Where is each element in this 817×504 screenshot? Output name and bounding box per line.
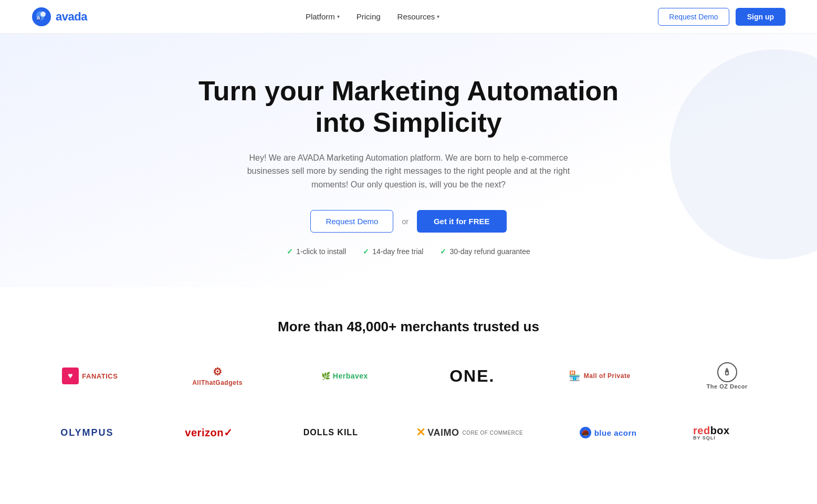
hero-subtitle: Hey! We are AVADA Marketing Automation p… <box>240 151 577 192</box>
hero-cta-group: Request Demo or Get it for FREE <box>32 210 785 233</box>
logo-ozdecor: 🕯 The OZ Decor <box>690 360 764 392</box>
check-icon-refund: ✓ <box>440 247 446 256</box>
hero-badges: ✓ 1-click to install ✓ 14-day free trial… <box>32 247 785 256</box>
trusted-title: More than 48,000+ merchants trusted us <box>32 319 785 335</box>
navbar: a avada Platform ▾ Pricing Resources ▾ R… <box>0 0 817 34</box>
logo-allthatgadgets: ⚙ AllThatGadgets <box>181 360 254 392</box>
svg-text:a: a <box>37 14 40 20</box>
ozdecor-circle-icon: 🕯 <box>717 362 737 382</box>
logo-blueacorn: 🌰 blue acorn <box>571 417 645 448</box>
trusted-section: More than 48,000+ merchants trusted us ♥… <box>0 287 817 495</box>
logo-fanatics: ♥ FANATICS <box>53 360 127 392</box>
hero-request-demo-button[interactable]: Request Demo <box>310 210 393 233</box>
logos-row-2: OLYMPUS verizon✓ DOLLS KILL ✕ VAIMO CORE… <box>32 417 785 448</box>
nav-pricing[interactable]: Pricing <box>357 12 381 21</box>
badge-install: ✓ 1-click to install <box>287 247 346 256</box>
gadgets-icon: ⚙ <box>213 365 223 378</box>
logo-mallofprivate: 🏪 Mall of Private <box>563 360 636 392</box>
nav-signup-button[interactable]: Sign up <box>736 8 785 26</box>
logos-row-1: ♥ FANATICS ⚙ AllThatGadgets 🌿 Herbavex O… <box>32 360 785 392</box>
hero-section: Turn your Marketing Automation into Simp… <box>0 34 817 287</box>
check-icon-trial: ✓ <box>363 247 369 256</box>
mall-icon: 🏪 <box>569 370 581 382</box>
resources-chevron-icon: ▾ <box>437 14 439 19</box>
avada-logo-icon: a <box>32 7 51 27</box>
nav-links: Platform ▾ Pricing Resources ▾ <box>306 12 439 21</box>
fanatics-heart-icon: ♥ <box>62 368 79 384</box>
logo-text: avada <box>56 10 87 24</box>
platform-chevron-icon: ▾ <box>337 14 340 19</box>
nav-platform[interactable]: Platform ▾ <box>306 12 340 21</box>
logo-olympus: OLYMPUS <box>50 417 124 448</box>
logo[interactable]: a avada <box>32 7 87 27</box>
badge-trial: ✓ 14-day free trial <box>363 247 423 256</box>
logo-vaimo: ✕ VAIMO CORE OF COMMERCE <box>416 417 523 448</box>
logo-dollskill: DOLLS KILL <box>294 417 368 448</box>
logo-herbavex: 🌿 Herbavex <box>308 360 382 392</box>
logo-one: ONE. <box>435 360 509 392</box>
nav-request-demo-button[interactable]: Request Demo <box>658 8 729 26</box>
nav-actions: Request Demo Sign up <box>658 8 785 26</box>
nav-resources[interactable]: Resources ▾ <box>397 12 440 21</box>
hero-or-text: or <box>402 217 408 226</box>
herbavex-leaf-icon: 🌿 <box>321 372 331 380</box>
logo-redbox: redbox by SQLI <box>693 417 767 448</box>
vaimo-x-icon: ✕ <box>416 426 426 439</box>
hero-title: Turn your Marketing Automation into Simp… <box>172 76 645 139</box>
badge-refund: ✓ 30-day refund guarantee <box>440 247 530 256</box>
check-icon-install: ✓ <box>287 247 293 256</box>
svg-point-2 <box>40 12 46 17</box>
blueacorn-icon: 🌰 <box>580 427 591 438</box>
hero-get-free-button[interactable]: Get it for FREE <box>417 210 507 233</box>
logo-verizon: verizon✓ <box>172 417 246 448</box>
